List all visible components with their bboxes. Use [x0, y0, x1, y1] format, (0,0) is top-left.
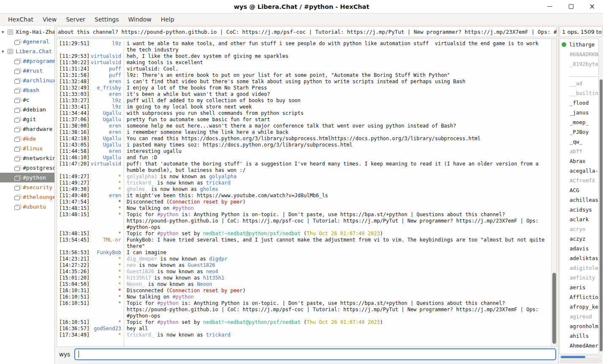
- userlist-hscrollbar-thumb[interactable]: [561, 356, 585, 358]
- user-item-ahills[interactable]: ahills: [560, 331, 598, 341]
- chat-scrollbar[interactable]: [551, 39, 557, 347]
- user-item-afropyke[interactable]: afropy_ke: [560, 302, 598, 312]
- user-item-acfromtx[interactable]: ACfromTX: [560, 176, 598, 185]
- user-item-ad[interactable]: __ad: [560, 79, 598, 88]
- tree-item-c[interactable]: #c: [0, 95, 54, 105]
- chat-view[interactable]: [11:29:51]l9zi want be able to make tool…: [57, 39, 551, 347]
- expander-icon[interactable]: ▼: [2, 30, 8, 34]
- menu-hexchat[interactable]: HexChat: [3, 15, 38, 24]
- chat-message: [16:36:57]godSend23hey all: [57, 326, 551, 332]
- tree-item-general[interactable]: #general: [0, 37, 54, 46]
- message-input[interactable]: [74, 348, 556, 360]
- timestamp: [11:33:03]: [57, 91, 88, 98]
- channel-icon: [14, 107, 21, 112]
- tree-item-xinghaizhan[interactable]: ▼Xing-Hai-Zhan: [0, 27, 54, 37]
- user-item-afflictio[interactable]: Afflictio: [560, 292, 598, 302]
- topic-bar[interactable]: about this channel? https://pound-python…: [57, 26, 557, 37]
- chat-scrollbar-thumb[interactable]: [552, 273, 556, 344]
- user-item-acidsys[interactable]: acidsys: [560, 205, 598, 215]
- userlist[interactable]: litharge068AADRKN_8192byte____________ad…: [560, 38, 599, 354]
- expander-icon[interactable]: ▼: [2, 49, 8, 54]
- message-segment: #python: [157, 212, 179, 217]
- message-segment: Guest1826: [127, 269, 154, 274]
- tree-item-ubuntu[interactable]: #ubuntu: [0, 202, 54, 212]
- tree-item-label: Xing-Hai-Zhan: [16, 29, 54, 35]
- maximize-button[interactable]: [566, 2, 576, 12]
- user-item-adeliktas[interactable]: adeliktas: [560, 253, 598, 263]
- user-item-acryo[interactable]: acryo: [560, 224, 598, 234]
- minimize-button[interactable]: [545, 2, 555, 12]
- tree-item-programming[interactable]: ##programming: [0, 56, 54, 66]
- user-item-aclark[interactable]: aclark: [560, 215, 598, 224]
- user-item-aefinity[interactable]: aefinity: [560, 273, 598, 283]
- close-button[interactable]: ×: [587, 2, 597, 12]
- user-item-068aadrkn[interactable]: 068AADRKN: [560, 49, 598, 59]
- tree-item-networking[interactable]: #networking: [0, 153, 54, 163]
- message-segment: ): [380, 319, 383, 325]
- nick: puff: [88, 72, 124, 79]
- menu-help[interactable]: Help: [156, 15, 179, 24]
- user-item-moep[interactable]: _moep_: [560, 117, 598, 127]
- tree-item-linux[interactable]: #linux: [0, 144, 54, 153]
- user-item-agireud[interactable]: agireud: [560, 312, 598, 321]
- tree-item-python[interactable]: #python: [0, 173, 54, 182]
- user-item-janus[interactable]: _janus: [560, 108, 598, 117]
- user-item-achilleas[interactable]: achilleas: [560, 195, 598, 205]
- menu-server[interactable]: Server: [61, 15, 90, 24]
- message-segment: ): [380, 231, 383, 236]
- user-item-abff[interactable]: abff: [560, 147, 598, 156]
- user-item-acg[interactable]: ACG: [560, 185, 598, 195]
- menu-view[interactable]: View: [38, 15, 61, 24]
- user-item-qw[interactable]: _qw_: [560, 137, 598, 147]
- message-segment: Neoon: [197, 281, 212, 287]
- tree-item-liberachat[interactable]: ▼Libera.Chat: [0, 46, 54, 56]
- user-item-item[interactable]: __________: [560, 69, 598, 79]
- channel-icon: [14, 175, 21, 180]
- user-item-abrax[interactable]: Abrax: [560, 156, 598, 166]
- tree-item-hardware[interactable]: #hardware: [0, 124, 54, 134]
- tree-item-debian[interactable]: #debian: [0, 105, 54, 114]
- timestamp: [14:27:22]: [57, 262, 88, 269]
- user-item-aczyz[interactable]: aczyz: [560, 234, 598, 244]
- timestamp: [16:10:51]: [57, 294, 88, 300]
- tree-item-rust[interactable]: ##rust: [0, 66, 54, 76]
- user-item-builtin[interactable]: __builtin: [560, 88, 598, 98]
- nick: *: [88, 174, 124, 180]
- chat-message: [11:33:27]l9zpuff will def added to my c…: [57, 98, 551, 104]
- userlist-scrollbar-thumb[interactable]: [600, 79, 603, 351]
- user-item-acegalla[interactable]: acegalla-: [560, 166, 598, 176]
- user-item-agronholm[interactable]: agronholm: [560, 321, 598, 331]
- nick: *: [88, 186, 124, 193]
- user-item-8192byte[interactable]: _8192byte: [560, 59, 598, 69]
- nick: l9z: [88, 41, 124, 53]
- timestamp: [11:31:24]: [57, 66, 88, 72]
- tree-item-thelounge[interactable]: #thelounge: [0, 192, 54, 202]
- menu-window[interactable]: Window: [123, 15, 156, 24]
- userlist-hscrollbar-secondary[interactable]: [560, 360, 602, 363]
- userlist-scrollbar[interactable]: [599, 38, 603, 354]
- tree-item-bash[interactable]: #bash: [0, 85, 54, 95]
- timestamp: [13:48:15]: [57, 231, 88, 237]
- message-text: Topic for #python is: Anything Python is…: [124, 300, 551, 319]
- user-item-adavis[interactable]: adavis: [560, 244, 598, 253]
- message-segment: i can't find that video but there's some…: [127, 79, 465, 84]
- titlebar[interactable]: wys @ Libera.Chat / #python - HexChat ×: [0, 0, 603, 14]
- message-text: i want be able to make tools, and other …: [124, 41, 551, 53]
- user-item-pjboy[interactable]: _PJBoy: [560, 127, 598, 137]
- menu-settings[interactable]: Settings: [90, 15, 123, 24]
- userlist-hscrollbar[interactable]: [560, 355, 602, 359]
- user-item-aeris[interactable]: aeris: [560, 283, 598, 292]
- tree-item-kde[interactable]: #kde: [0, 134, 54, 144]
- user-item-ahmedamer[interactable]: AhmedAmer: [560, 341, 598, 350]
- user-item-flood[interactable]: _flood: [560, 98, 598, 108]
- user-item-adigitole[interactable]: adigitole: [560, 263, 598, 273]
- tree-item-archlinux[interactable]: #archlinux: [0, 76, 54, 85]
- server-tree-panel[interactable]: ▼Xing-Hai-Zhan#general▼Libera.Chat##prog…: [0, 25, 55, 364]
- tree-item-security[interactable]: #security: [0, 182, 54, 192]
- message-text: h1t35h17 is now known as h1t35h1: [124, 275, 551, 281]
- tree-item-postgresql[interactable]: #postgresql: [0, 163, 54, 173]
- tree-item-git[interactable]: #git: [0, 114, 54, 124]
- user-item-litharge[interactable]: litharge: [560, 40, 598, 49]
- message-segment: im going to my local book store next wee…: [127, 104, 252, 110]
- message-segment: Now talking on: [127, 294, 172, 300]
